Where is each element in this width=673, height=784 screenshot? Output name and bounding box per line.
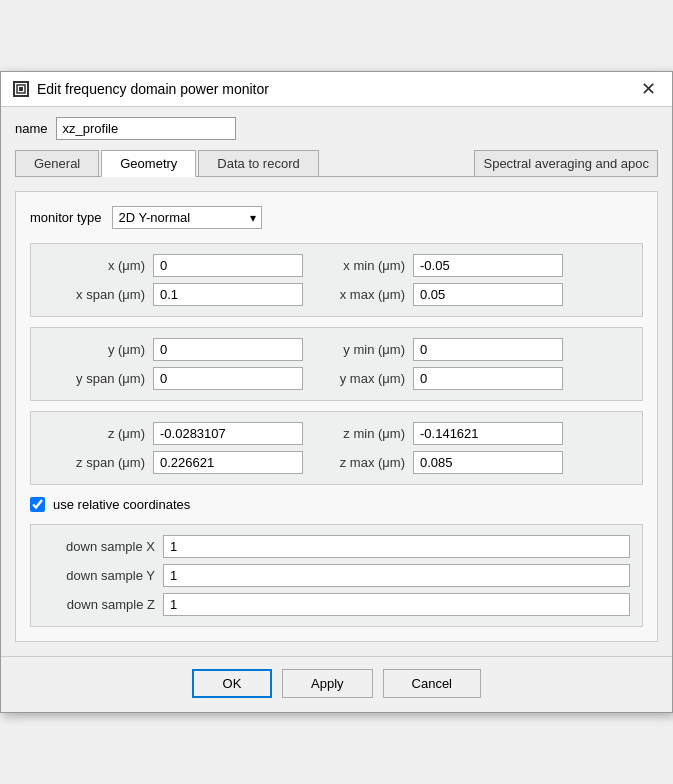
z-max-label: z max (μm): [303, 455, 413, 470]
x-max-input[interactable]: [413, 283, 563, 306]
z-min-label: z min (μm): [303, 426, 413, 441]
tab-bar: General Geometry Data to record Spectral…: [15, 150, 658, 177]
y-span-row: y span (μm) y max (μm): [43, 367, 630, 390]
monitor-type-select[interactable]: 2D Y-normal 2D X-normal 2D Z-normal 3D: [112, 206, 262, 229]
x-min-label: x min (μm): [303, 258, 413, 273]
relative-coords-label[interactable]: use relative coordinates: [53, 497, 190, 512]
z-span-row: z span (μm) z max (μm): [43, 451, 630, 474]
downsample-y-input[interactable]: [163, 564, 630, 587]
tab-general[interactable]: General: [15, 150, 99, 176]
downsample-y-label: down sample Y: [43, 568, 163, 583]
svg-rect-1: [19, 87, 23, 91]
tab-data-to-record[interactable]: Data to record: [198, 150, 318, 176]
x-span-row: x span (μm) x max (μm): [43, 283, 630, 306]
dialog-title: Edit frequency domain power monitor: [37, 81, 269, 97]
monitor-type-select-wrapper[interactable]: 2D Y-normal 2D X-normal 2D Z-normal 3D: [112, 206, 262, 229]
downsample-z-label: down sample Z: [43, 597, 163, 612]
downsample-x-row: down sample X: [43, 535, 630, 558]
tab-spectral-label: Spectral averaging and apoc: [483, 156, 649, 171]
close-button[interactable]: ✕: [637, 80, 660, 98]
cancel-button[interactable]: Cancel: [383, 669, 481, 698]
apply-button[interactable]: Apply: [282, 669, 373, 698]
downsample-z-input[interactable]: [163, 593, 630, 616]
title-bar: Edit frequency domain power monitor ✕: [1, 72, 672, 107]
y-span-input[interactable]: [153, 367, 303, 390]
x-input[interactable]: [153, 254, 303, 277]
tab-content-geometry: monitor type 2D Y-normal 2D X-normal 2D …: [15, 191, 658, 642]
x-max-label: x max (μm): [303, 287, 413, 302]
z-coord-section: z (μm) z min (μm) z span (μm) z max (μm): [30, 411, 643, 485]
x-coord-section: x (μm) x min (μm) x span (μm) x max (μm): [30, 243, 643, 317]
dialog-window: Edit frequency domain power monitor ✕ na…: [0, 71, 673, 713]
x-min-input[interactable]: [413, 254, 563, 277]
y-input[interactable]: [153, 338, 303, 361]
z-input[interactable]: [153, 422, 303, 445]
y-min-input[interactable]: [413, 338, 563, 361]
monitor-type-label: monitor type: [30, 210, 102, 225]
y-min-label: y min (μm): [303, 342, 413, 357]
x-span-input[interactable]: [153, 283, 303, 306]
downsample-z-row: down sample Z: [43, 593, 630, 616]
z-row: z (μm) z min (μm): [43, 422, 630, 445]
ok-button[interactable]: OK: [192, 669, 272, 698]
y-max-input[interactable]: [413, 367, 563, 390]
x-span-label: x span (μm): [43, 287, 153, 302]
z-span-label: z span (μm): [43, 455, 153, 470]
x-row: x (μm) x min (μm): [43, 254, 630, 277]
relative-coords-row: use relative coordinates: [30, 497, 643, 512]
downsample-x-label: down sample X: [43, 539, 163, 554]
relative-coords-checkbox[interactable]: [30, 497, 45, 512]
z-min-input[interactable]: [413, 422, 563, 445]
y-max-label: y max (μm): [303, 371, 413, 386]
y-coord-section: y (μm) y min (μm) y span (μm) y max (μm): [30, 327, 643, 401]
z-label: z (μm): [43, 426, 153, 441]
dialog-body: name General Geometry Data to record Spe…: [1, 107, 672, 656]
title-bar-left: Edit frequency domain power monitor: [13, 81, 269, 97]
x-label: x (μm): [43, 258, 153, 273]
y-span-label: y span (μm): [43, 371, 153, 386]
dialog-footer: OK Apply Cancel: [1, 656, 672, 712]
tab-geometry[interactable]: Geometry: [101, 150, 196, 177]
downsample-y-row: down sample Y: [43, 564, 630, 587]
downsample-section: down sample X down sample Y down sample …: [30, 524, 643, 627]
name-row: name: [15, 117, 658, 140]
z-span-input[interactable]: [153, 451, 303, 474]
name-input[interactable]: [56, 117, 236, 140]
name-label: name: [15, 121, 48, 136]
y-label: y (μm): [43, 342, 153, 357]
monitor-type-row: monitor type 2D Y-normal 2D X-normal 2D …: [30, 206, 643, 229]
z-max-input[interactable]: [413, 451, 563, 474]
tab-spectral[interactable]: Spectral averaging and apoc: [474, 150, 658, 176]
y-row: y (μm) y min (μm): [43, 338, 630, 361]
downsample-x-input[interactable]: [163, 535, 630, 558]
monitor-icon: [13, 81, 29, 97]
